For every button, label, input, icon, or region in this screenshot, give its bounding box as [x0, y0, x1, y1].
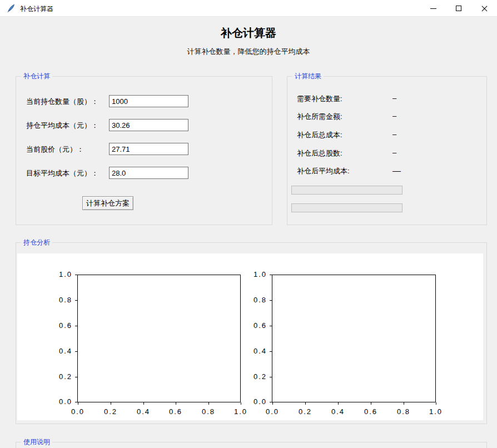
- y-tick-label: 0.8: [247, 296, 267, 304]
- tick-mark: [176, 402, 176, 405]
- y-tick-label: 0.6: [247, 321, 267, 330]
- result-value-new-avg-cost: —: [392, 166, 401, 175]
- result-value-total-cost: –: [392, 130, 396, 138]
- x-tick-label: 0.2: [293, 407, 317, 416]
- x-tick-label: 1.0: [228, 407, 253, 416]
- tick-mark: [404, 402, 404, 405]
- usage-panel: 使用说明: [16, 442, 487, 448]
- close-button[interactable]: [471, 0, 497, 17]
- minimize-button[interactable]: [420, 0, 446, 17]
- result-label-needed-amount: 补仓所需金额:: [297, 112, 342, 122]
- tick-mark: [270, 377, 272, 377]
- tick-mark: [436, 402, 436, 405]
- progressbar-2: [291, 203, 402, 212]
- plot-canvas: 1.0 0.8 0.6 0.4 0.2 0.0 0.0 0.2 0.4 0.6 …: [17, 253, 483, 420]
- y-tick-label: 1.0: [52, 270, 72, 278]
- app-window: 补仓计算器 补仓计算器 计算补仓数量，降低您的持仓平均成本 补仓计算 当前持仓数…: [0, 0, 497, 448]
- maximize-icon: [456, 6, 461, 11]
- window-title: 补仓计算器: [20, 4, 53, 14]
- result-label-total-cost: 补仓后总成本:: [297, 130, 342, 140]
- x-tick-label: 0.6: [359, 407, 383, 416]
- analysis-panel-title: 持仓分析: [21, 238, 52, 247]
- result-value-needed-shares: –: [392, 94, 396, 102]
- result-label-total-shares: 补仓后总股数:: [297, 148, 342, 158]
- result-panel: 计算结果 需要补仓数量: – 补仓所需金额: – 补仓后总成本: – 补仓后总股…: [287, 76, 487, 225]
- field-label-current-price: 当前股价（元）：: [26, 145, 84, 155]
- tick-mark: [270, 326, 272, 326]
- x-tick-label: 0.2: [98, 407, 123, 416]
- minimize-icon: [430, 8, 436, 9]
- result-value-total-shares: –: [392, 148, 396, 157]
- page-subtitle: 计算补仓数量，降低您的持仓平均成本: [0, 47, 497, 57]
- tick-mark: [75, 377, 77, 377]
- tick-mark: [270, 402, 272, 402]
- calculate-button[interactable]: 计算补仓方案: [82, 196, 133, 210]
- shares-input[interactable]: [109, 95, 188, 107]
- tick-mark: [270, 351, 272, 352]
- result-label-new-avg-cost: 补仓后平均成本:: [297, 166, 350, 176]
- left-plot-axes: 1.0 0.8 0.6 0.4 0.2 0.0 0.0 0.2 0.4 0.6 …: [77, 275, 241, 402]
- tick-mark: [338, 402, 339, 405]
- y-tick-label: 0.6: [52, 321, 72, 330]
- progressbar-1: [291, 186, 402, 195]
- tick-mark: [75, 326, 77, 326]
- y-tick-label: 0.2: [52, 372, 72, 381]
- tick-mark: [305, 402, 306, 405]
- python-feather-icon: [7, 4, 16, 13]
- result-label-needed-shares: 需要补仓数量:: [297, 94, 342, 104]
- tick-mark: [208, 402, 209, 405]
- y-tick-label: 0.4: [52, 347, 72, 355]
- x-tick-label: 0.8: [391, 407, 416, 416]
- tick-mark: [111, 402, 111, 405]
- y-tick-label: 0.8: [52, 296, 72, 304]
- calc-panel: 补仓计算 当前持仓数量（股）： 持仓平均成本（元）： 当前股价（元）： 目标平均…: [16, 76, 272, 225]
- close-icon: [481, 5, 488, 12]
- avg-cost-input[interactable]: [109, 119, 188, 131]
- y-tick-label: 0.4: [247, 347, 267, 355]
- x-tick-label: 0.4: [131, 407, 156, 416]
- calc-panel-title: 补仓计算: [21, 72, 52, 81]
- field-label-shares: 当前持仓数量（股）：: [26, 97, 98, 107]
- y-tick-label: 0.2: [247, 372, 267, 381]
- page-title: 补仓计算器: [0, 26, 497, 41]
- maximize-button[interactable]: [446, 0, 471, 17]
- y-tick-label: 0.0: [247, 397, 267, 406]
- x-tick-label: 0.0: [260, 407, 285, 416]
- tick-mark: [371, 402, 371, 405]
- tick-mark: [75, 351, 77, 352]
- field-label-avg-cost: 持仓平均成本（元）：: [26, 121, 98, 131]
- tick-mark: [143, 402, 144, 405]
- tick-mark: [78, 402, 78, 405]
- target-cost-input[interactable]: [109, 167, 188, 179]
- result-panel-title: 计算结果: [292, 72, 324, 81]
- x-tick-label: 0.6: [163, 407, 188, 416]
- x-tick-label: 0.8: [196, 407, 221, 416]
- x-tick-label: 0.0: [66, 407, 90, 416]
- titlebar: 补仓计算器: [0, 0, 497, 17]
- tick-mark: [270, 300, 272, 301]
- tick-mark: [241, 402, 241, 405]
- x-tick-label: 0.4: [326, 407, 350, 416]
- tick-mark: [75, 275, 77, 275]
- current-price-input[interactable]: [109, 143, 188, 155]
- x-tick-label: 1.0: [424, 407, 448, 416]
- y-tick-label: 1.0: [247, 270, 267, 278]
- usage-panel-title: 使用说明: [21, 437, 52, 447]
- y-tick-label: 0.0: [52, 397, 72, 406]
- result-value-needed-amount: –: [392, 112, 396, 120]
- tick-mark: [75, 300, 77, 301]
- analysis-panel: 持仓分析 1.0 0.8 0.6 0.4 0.2 0.0: [16, 242, 487, 424]
- tick-mark: [270, 275, 272, 275]
- field-label-target-cost: 目标平均成本（元）：: [26, 168, 98, 178]
- tick-mark: [272, 402, 273, 405]
- right-plot-axes: 1.0 0.8 0.6 0.4 0.2 0.0 0.0 0.2 0.4 0.6 …: [272, 275, 436, 402]
- tick-mark: [75, 402, 77, 402]
